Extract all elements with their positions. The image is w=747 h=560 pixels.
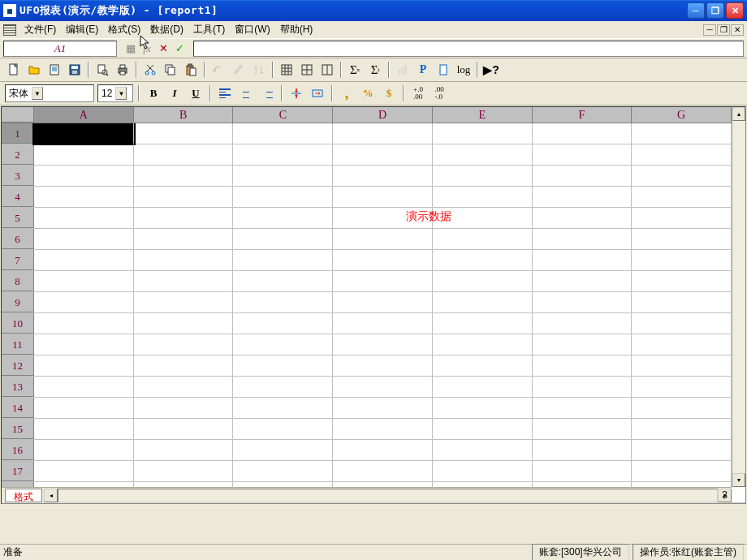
cell[interactable]: [533, 250, 633, 270]
cell[interactable]: [632, 313, 732, 334]
cell[interactable]: [433, 313, 533, 334]
cell[interactable]: [533, 271, 633, 291]
mdi-close-button[interactable]: ✕: [731, 24, 744, 36]
merge-button[interactable]: [309, 84, 326, 102]
menu-data[interactable]: 数据(D): [145, 21, 188, 38]
chevron-down-icon[interactable]: ▼: [115, 87, 127, 100]
cell[interactable]: [333, 271, 433, 291]
cell[interactable]: [34, 229, 134, 249]
cell[interactable]: [134, 398, 234, 418]
cell[interactable]: [233, 355, 333, 376]
fx-icon[interactable]: fx: [140, 41, 154, 56]
cut-button[interactable]: [141, 61, 159, 79]
cell[interactable]: [134, 229, 234, 249]
maximize-button[interactable]: ❐: [706, 2, 724, 19]
sort-button[interactable]: AZ: [250, 61, 268, 79]
cell[interactable]: [433, 144, 533, 165]
row-header[interactable]: 4: [2, 187, 34, 207]
cell[interactable]: [333, 229, 433, 249]
row-header[interactable]: 16: [2, 440, 34, 460]
cell[interactable]: [134, 292, 234, 312]
row-header[interactable]: 11: [2, 334, 34, 355]
menu-help[interactable]: 帮助(H): [275, 21, 318, 38]
cell[interactable]: [34, 271, 134, 291]
cell[interactable]: [533, 334, 633, 355]
percent-button[interactable]: %: [359, 84, 377, 102]
document-button[interactable]: [45, 61, 63, 79]
undo-button[interactable]: [209, 61, 227, 79]
align-left-button[interactable]: [216, 84, 234, 102]
cell[interactable]: [632, 144, 732, 165]
cell[interactable]: [34, 334, 134, 355]
cell[interactable]: [632, 229, 732, 249]
currency-button[interactable]: $: [380, 84, 398, 102]
cell[interactable]: [34, 250, 134, 270]
sum-button[interactable]: Σx: [346, 61, 364, 79]
menu-format[interactable]: 格式(S): [103, 21, 145, 38]
cell[interactable]: [134, 313, 234, 334]
cell[interactable]: [433, 123, 533, 144]
cell[interactable]: [632, 461, 732, 481]
row-header[interactable]: 3: [2, 166, 34, 186]
calendar-icon[interactable]: ▦: [123, 41, 138, 56]
cell[interactable]: [34, 398, 134, 418]
cell[interactable]: [233, 271, 333, 291]
chart-button[interactable]: [394, 61, 412, 79]
row-header[interactable]: 6: [2, 229, 34, 249]
row-header[interactable]: 9: [2, 292, 34, 312]
cell[interactable]: [632, 292, 732, 312]
cell[interactable]: [333, 144, 433, 165]
cell[interactable]: [233, 334, 333, 355]
cell[interactable]: [233, 377, 333, 397]
column-header-e[interactable]: E: [433, 107, 533, 123]
cell[interactable]: [233, 187, 333, 207]
cell[interactable]: [134, 355, 234, 376]
row-header[interactable]: 14: [2, 398, 34, 418]
cell[interactable]: [34, 123, 134, 144]
p-button[interactable]: P: [414, 61, 432, 79]
chevron-down-icon[interactable]: ▼: [32, 87, 43, 100]
cell[interactable]: [333, 313, 433, 334]
open-button[interactable]: [25, 61, 43, 79]
cell[interactable]: [134, 440, 234, 460]
cell[interactable]: [433, 271, 533, 291]
cell[interactable]: [134, 461, 234, 481]
cell[interactable]: [233, 250, 333, 270]
column-header-b[interactable]: B: [134, 107, 234, 123]
cell[interactable]: [533, 440, 633, 460]
cell[interactable]: [533, 187, 633, 207]
cell[interactable]: [433, 187, 533, 207]
cell[interactable]: [34, 208, 134, 228]
row-header[interactable]: 17: [2, 461, 34, 481]
cell[interactable]: [34, 292, 134, 312]
menu-file[interactable]: 文件(F): [19, 21, 61, 38]
row-header[interactable]: 15: [2, 419, 34, 439]
new-button[interactable]: [5, 61, 23, 79]
cell[interactable]: [233, 229, 333, 249]
cell[interactable]: [533, 292, 633, 312]
cell[interactable]: [233, 208, 333, 228]
system-menu-icon[interactable]: [3, 24, 16, 36]
cell[interactable]: [433, 461, 533, 481]
cell[interactable]: [233, 292, 333, 312]
cell[interactable]: [134, 166, 234, 186]
row-header[interactable]: 2: [2, 144, 34, 165]
column-header-c[interactable]: C: [233, 107, 333, 123]
cell[interactable]: [233, 440, 333, 460]
formula-input[interactable]: [193, 41, 744, 57]
cell[interactable]: [632, 355, 732, 376]
cell[interactable]: [34, 377, 134, 397]
vertical-scrollbar[interactable]: ▴ ▾: [732, 107, 745, 487]
cell[interactable]: [533, 461, 633, 481]
cell[interactable]: [433, 250, 533, 270]
cell[interactable]: [333, 377, 433, 397]
cell[interactable]: [632, 440, 732, 460]
row-header[interactable]: 12: [2, 355, 34, 376]
select-all-corner[interactable]: [2, 107, 34, 123]
print-preview-button[interactable]: [93, 61, 111, 79]
grid2-button[interactable]: [298, 61, 316, 79]
grid3-button[interactable]: [318, 61, 336, 79]
valign-middle-button[interactable]: [287, 84, 305, 102]
cell[interactable]: [134, 271, 234, 291]
font-size-combo[interactable]: 12▼: [97, 84, 133, 102]
